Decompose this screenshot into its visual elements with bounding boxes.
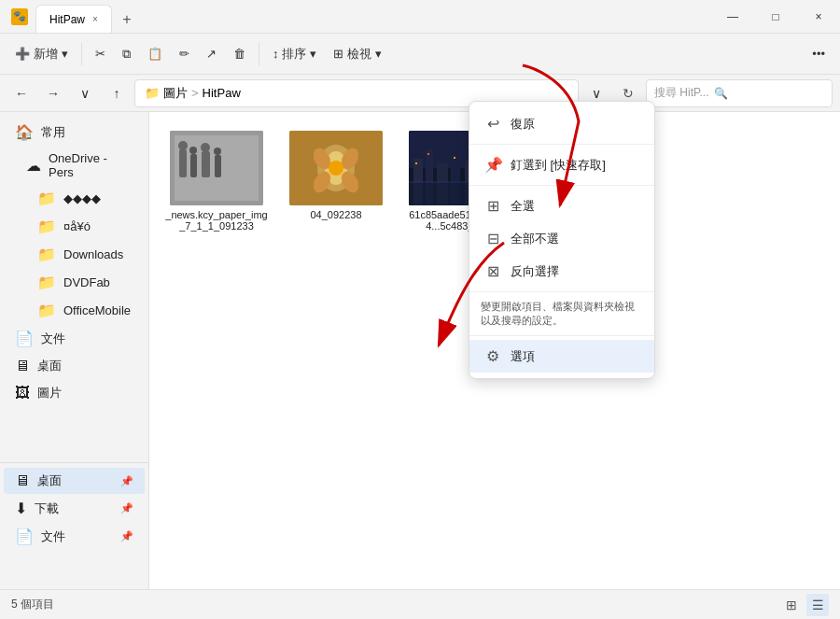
sidebar-item-onedrive[interactable]: ☁ OneDrive - Pers <box>4 147 145 184</box>
sidebar-item-label: 桌面 <box>37 472 62 489</box>
search-box[interactable]: 搜尋 HitP... 🔍 <box>646 79 833 107</box>
sidebar-item-dvdfab[interactable]: 📁 DVDFab <box>4 269 145 296</box>
menu-item-restore[interactable]: ↩ 復原 <box>469 107 654 140</box>
restore-icon: ↩ <box>484 115 501 133</box>
new-button[interactable]: ➕ 新增 ▾ <box>7 40 76 68</box>
folder-icon: 📁 <box>37 218 56 235</box>
title-bar: 🐾 HitPaw × + — □ × <box>0 0 840 34</box>
sidebar-item-label: 下載 <box>35 500 59 517</box>
select-none-icon: ⊟ <box>484 230 501 247</box>
new-dropdown-icon: ▾ <box>62 47 68 61</box>
rename-button[interactable]: ✏ <box>172 41 197 66</box>
paste-button[interactable]: 📋 <box>140 41 170 66</box>
view-button[interactable]: ⊞ 檢視 ▾ <box>326 40 389 68</box>
file-item[interactable]: _news.kcy_paper_img_7_1_1_091233 <box>161 123 273 239</box>
sidebar-item-downloads[interactable]: 📁 Downloads <box>4 241 145 268</box>
tab-hitpaw[interactable]: HitPaw × <box>35 5 112 33</box>
detail-view-button[interactable]: ☰ <box>806 594 829 616</box>
sidebar-item-docs[interactable]: 📄 文件 <box>4 325 145 352</box>
svg-point-3 <box>178 141 188 150</box>
menu-item-label: 全選 <box>511 198 535 215</box>
tab-close-button[interactable]: × <box>92 14 98 24</box>
window-controls: — □ × <box>711 0 840 34</box>
item-count: 5 個項目 <box>11 597 54 612</box>
sidebar-item-pictures[interactable]: 🖼 圖片 <box>4 380 145 406</box>
address-bar-row: ← → ∨ ↑ 📁 圖片 > HitPaw ∨ ↻ 搜尋 HitP... 🔍 <box>0 75 840 112</box>
toolbar: ➕ 新增 ▾ ✂ ⧉ 📋 ✏ ↗ 🗑 ↕ 排序 ▾ ⊞ 檢視 ▾ ••• <box>0 34 840 75</box>
sidebar-item-officemobile[interactable]: 📁 OfficeMobile <box>4 297 145 324</box>
svg-rect-8 <box>215 155 221 177</box>
more-button[interactable]: ••• <box>805 41 833 66</box>
pin-icon: 📌 <box>484 156 501 174</box>
pin-icon: 📌 <box>120 502 133 514</box>
sidebar-pinned-downloads[interactable]: ⬇ 下載 📌 <box>4 495 145 522</box>
maximize-button[interactable]: □ <box>754 0 797 34</box>
toolbar-separator-1 <box>81 43 82 65</box>
sidebar-item-folder1[interactable]: 📁 ◆◆◆◆ <box>4 185 145 212</box>
svg-point-7 <box>201 143 210 152</box>
minimize-button[interactable]: — <box>711 0 754 34</box>
sidebar-item-label: 文件 <box>41 528 65 545</box>
delete-icon: 🗑 <box>233 47 245 61</box>
delete-button[interactable]: 🗑 <box>226 41 253 66</box>
up-button[interactable]: ↑ <box>103 79 131 107</box>
sidebar-item-common[interactable]: 🏠 常用 <box>4 119 145 146</box>
path-child: HitPaw <box>203 86 241 100</box>
menu-item-options[interactable]: ⚙ 選項 <box>469 340 654 373</box>
file-name: _news.kcy_paper_img_7_1_1_091233 <box>165 209 268 232</box>
new-tab-button[interactable]: + <box>114 7 140 33</box>
path-separator-1: > <box>191 86 199 100</box>
menu-item-label: 反向選擇 <box>511 263 559 280</box>
close-button[interactable]: × <box>797 0 840 34</box>
gear-icon: ⚙ <box>484 347 501 365</box>
menu-tooltip-area: 變更開啟項目、檔案與資料夾檢視以及搜尋的設定。 <box>469 296 654 331</box>
file-item[interactable]: 04_092238 <box>280 123 392 239</box>
copy-button[interactable]: ⧉ <box>115 41 138 67</box>
sidebar-item-label: OneDrive - Pers <box>49 151 133 179</box>
back-button[interactable]: ← <box>7 79 35 107</box>
tab-label: HitPaw <box>49 13 85 26</box>
file-thumbnail <box>170 131 263 205</box>
desktop-icon: 🖥 <box>15 472 30 489</box>
sort-button[interactable]: ↕ 排序 ▾ <box>265 40 324 68</box>
menu-item-select-all[interactable]: ⊞ 全選 <box>469 190 654 222</box>
sidebar-item-folder2[interactable]: 📁 ¤å¥ó <box>4 213 145 240</box>
cloud-icon: ☁ <box>26 157 41 175</box>
folder-icon: 📁 <box>37 274 56 291</box>
search-placeholder: 搜尋 HitP... <box>654 85 708 101</box>
share-button[interactable]: ↗ <box>199 41 224 66</box>
svg-rect-4 <box>190 154 197 177</box>
menu-separator <box>469 291 654 292</box>
app-icon: 🐾 <box>11 8 28 25</box>
menu-item-invert[interactable]: ⊠ 反向選擇 <box>469 255 654 288</box>
new-icon: ➕ <box>15 47 30 61</box>
cut-button[interactable]: ✂ <box>88 41 113 66</box>
sidebar-pinned-docs[interactable]: 📄 文件 📌 <box>4 523 145 550</box>
sort-dropdown-icon: ▾ <box>310 47 316 61</box>
sidebar-item-label: 文件 <box>41 331 65 347</box>
share-icon: ↗ <box>206 47 217 61</box>
sidebar-item-label: ¤å¥ó <box>63 219 91 233</box>
svg-rect-6 <box>202 151 210 177</box>
view-dropdown-icon: ▾ <box>375 47 382 61</box>
expand-button[interactable]: ∨ <box>71 79 99 107</box>
file-name: 04_092238 <box>310 209 361 220</box>
main-area: 🏠 常用 ☁ OneDrive - Pers 📁 ◆◆◆◆ 📁 ¤å¥ó 📁 D… <box>0 112 840 589</box>
path-root: 圖片 <box>163 85 188 102</box>
sidebar-item-desktop[interactable]: 🖥 桌面 <box>4 353 145 379</box>
svg-point-5 <box>189 147 197 154</box>
menu-item-select-none[interactable]: ⊟ 全部不選 <box>469 222 654 255</box>
forward-button[interactable]: → <box>39 79 67 107</box>
menu-separator <box>469 185 654 186</box>
menu-tooltip-text: 變更開啟項目、檔案與資料夾檢視以及搜尋的設定。 <box>481 300 643 328</box>
folder-icon: 📁 <box>37 246 56 263</box>
menu-item-pin[interactable]: 📌 釘選到 [快速存取] <box>469 148 654 181</box>
sidebar-item-label: OfficeMobile <box>63 303 131 317</box>
menu-item-label: 釘選到 [快速存取] <box>511 157 606 174</box>
sidebar-item-label: 圖片 <box>37 385 62 401</box>
context-dropdown-menu: ↩ 復原 📌 釘選到 [快速存取] ⊞ 全選 ⊟ 全部不選 ⊠ 反向選擇 變更開… <box>469 101 655 379</box>
grid-view-button[interactable]: ⊞ <box>780 594 803 616</box>
desktop-icon: 🖥 <box>15 358 30 374</box>
sidebar-pinned-desktop[interactable]: 🖥 桌面 📌 <box>4 468 145 494</box>
sidebar-item-label: ◆◆◆◆ <box>63 191 101 205</box>
